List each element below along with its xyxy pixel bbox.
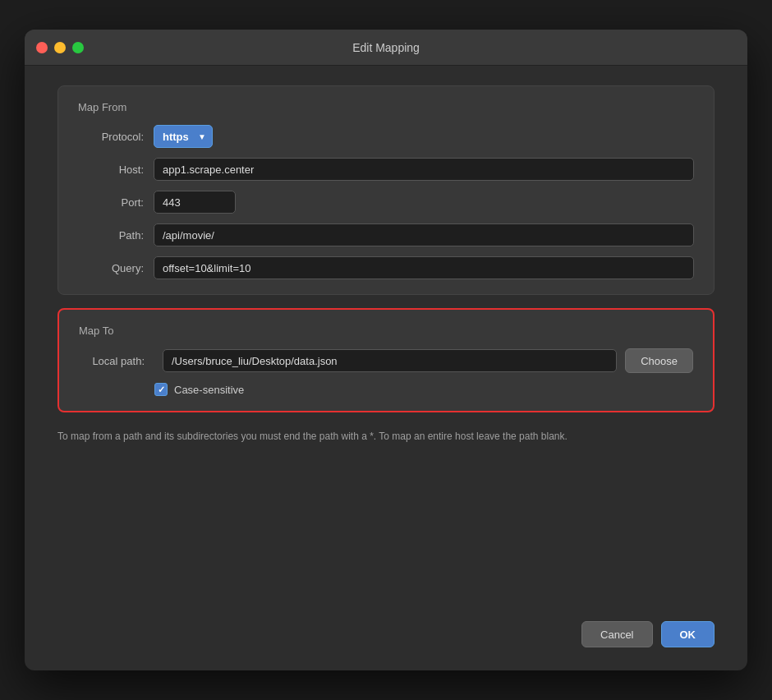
port-label: Port: xyxy=(78,196,144,209)
dialog-body: Map From Protocol: https http ws wss ▼ H… xyxy=(25,66,747,608)
map-from-section: Map From Protocol: https http ws wss ▼ H… xyxy=(57,85,715,295)
port-input[interactable] xyxy=(154,191,236,214)
cancel-button[interactable]: Cancel xyxy=(581,621,652,647)
choose-button[interactable]: Choose xyxy=(625,348,693,373)
port-row: Port: xyxy=(78,191,694,214)
case-sensitive-label: Case-sensitive xyxy=(174,384,244,396)
hint-text: To map from a path and its subdirectorie… xyxy=(57,426,715,447)
protocol-select[interactable]: https http ws wss xyxy=(154,125,213,148)
map-from-title: Map From xyxy=(78,101,694,113)
case-sensitive-row: ✓ Case-sensitive xyxy=(79,383,693,396)
protocol-row: Protocol: https http ws wss ▼ xyxy=(78,125,694,148)
local-path-input[interactable] xyxy=(163,349,617,372)
query-label: Query: xyxy=(78,262,144,274)
local-path-label: Local path: xyxy=(79,355,145,367)
dialog-title: Edit Mapping xyxy=(352,41,420,54)
maximize-button[interactable] xyxy=(72,42,84,53)
titlebar: Edit Mapping xyxy=(25,30,747,66)
ok-button[interactable]: OK xyxy=(661,621,715,647)
close-button[interactable] xyxy=(36,42,48,53)
case-sensitive-checkbox[interactable]: ✓ xyxy=(154,383,168,396)
checkmark-icon: ✓ xyxy=(158,385,165,394)
host-row: Host: xyxy=(78,158,694,181)
path-row: Path: xyxy=(78,223,694,246)
map-to-section: Map To Local path: Choose ✓ Case-sensiti… xyxy=(57,308,715,412)
path-input[interactable] xyxy=(154,223,694,246)
map-to-title: Map To xyxy=(79,325,693,337)
protocol-select-wrapper: https http ws wss ▼ xyxy=(154,125,213,148)
dialog-footer: Cancel OK xyxy=(25,608,747,670)
local-path-row: Local path: Choose xyxy=(79,348,693,373)
edit-mapping-dialog: Edit Mapping Map From Protocol: https ht… xyxy=(25,30,747,670)
traffic-lights xyxy=(36,42,84,53)
protocol-label: Protocol: xyxy=(78,131,144,143)
path-label: Path: xyxy=(78,229,144,242)
host-label: Host: xyxy=(78,163,144,176)
host-input[interactable] xyxy=(154,158,694,181)
query-input[interactable] xyxy=(154,256,694,279)
minimize-button[interactable] xyxy=(54,42,66,53)
query-row: Query: xyxy=(78,256,694,279)
